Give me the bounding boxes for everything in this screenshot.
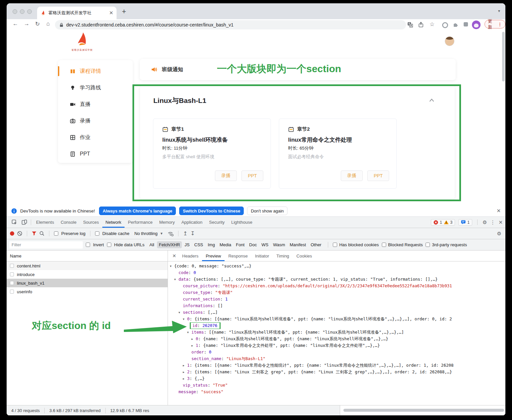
filter-type-css[interactable]: CSS (192, 241, 205, 248)
expander-open-icon[interactable]: ▼ (174, 276, 179, 283)
record-icon[interactable] (10, 231, 14, 236)
json-tree-line[interactable]: message: "success" (168, 389, 505, 395)
user-avatar[interactable] (445, 36, 454, 46)
json-tree-line[interactable]: ▼0: {items: [{name: "linux系统与shell环境准备",… (168, 316, 505, 322)
network-settings-icon[interactable]: ⚙ (497, 231, 501, 237)
sidebar-item-homework[interactable]: 作业 (58, 129, 133, 146)
extensions-puzzle-icon[interactable] (453, 22, 458, 27)
page-scrollbar[interactable] (502, 32, 505, 81)
expander-open-icon[interactable]: ▼ (183, 316, 187, 322)
request-list-header[interactable]: Name (7, 251, 168, 261)
detail-tab-cookies[interactable]: Cookies (293, 251, 316, 261)
translate-icon[interactable] (407, 22, 413, 27)
filter-type-fetch-xhr[interactable]: Fetch/XHR (157, 241, 182, 248)
filter-type-js[interactable]: JS (182, 241, 191, 248)
devtools-tab-performance[interactable]: Performance (125, 217, 156, 228)
filter-extra-has-blocked-cookies[interactable]: Has blocked cookies (333, 242, 379, 247)
devtools-tab-application[interactable]: Application (178, 217, 206, 228)
json-tree-line[interactable]: course_type: "专题课" (168, 289, 505, 296)
json-tree-line[interactable]: current_section: 1 (168, 296, 505, 303)
json-tree-line[interactable]: order: 0 (168, 349, 505, 355)
filter-extra-3rd-party-requests[interactable]: 3rd-party requests (426, 242, 467, 247)
json-tree-line[interactable]: ▶3: {,…} (168, 375, 505, 382)
reload-icon[interactable]: ↻ (35, 21, 40, 27)
json-tree-line[interactable]: ▼data: {sections: [,…], course_type: "专题… (168, 276, 505, 283)
request-row-userinfo[interactable]: userinfo (7, 287, 168, 296)
request-row-linux-bash-v1[interactable]: linux_bash_v1 (7, 279, 168, 287)
detail-tab-response[interactable]: Response (225, 251, 251, 261)
browser-tab[interactable]: 霍格沃兹测试开发学社 ✕ (37, 7, 117, 19)
preserve-log-checkbox[interactable] (54, 231, 58, 236)
detail-tab-headers[interactable]: Headers (179, 251, 202, 261)
throttling-dropdown[interactable]: No throttling ▼ (134, 231, 163, 236)
horizontal-scrollbar[interactable] (343, 409, 504, 412)
address-bar[interactable]: dev-v2.studentfrontend.ceba.ceshiren.com… (55, 20, 406, 29)
close-detail-icon[interactable]: ✕ (170, 253, 179, 258)
search-icon[interactable] (39, 231, 44, 236)
banner-close-icon[interactable]: ✕ (496, 208, 501, 214)
devtools-tab-memory[interactable]: Memory (156, 217, 178, 228)
devtools-tab-console[interactable]: Console (57, 217, 80, 228)
devtools-settings-icon[interactable]: ⚙ (483, 219, 487, 225)
expander-closed-icon[interactable]: ▶ (183, 362, 187, 369)
checkbox-icon[interactable] (426, 243, 430, 247)
json-tree-line[interactable]: ▶0: {name: "linux系统与shell环境准备", ppt: {na… (168, 336, 505, 342)
json-tree-line[interactable]: section_name: "Linux与Bash-L1" (168, 355, 505, 362)
devtools-tab-sources[interactable]: Sources (80, 217, 102, 228)
json-tree-line[interactable]: ▼{code: 0, message: "success",…} (168, 263, 505, 269)
json-tree-line[interactable]: ▶1: {name: "linux常用命令之文件处理", ppt: {name:… (168, 342, 505, 349)
filter-type-ws[interactable]: WS (259, 241, 270, 248)
forward-icon[interactable]: → (24, 21, 29, 27)
json-tree-line[interactable]: ▼sections: [,…] (168, 309, 505, 316)
filter-icon[interactable] (32, 231, 36, 236)
site-logo[interactable]: 霍格沃兹测试学院 (71, 31, 93, 52)
sidebar-item-recording[interactable]: 录播 (58, 113, 133, 129)
expander-closed-icon[interactable]: ▶ (183, 369, 187, 375)
sidebar-item-ppt[interactable]: PPT (58, 146, 133, 162)
filter-type-img[interactable]: Img (206, 241, 217, 248)
devtools-tab-elements[interactable]: Elements (33, 217, 57, 228)
expander-closed-icon[interactable]: ▶ (191, 343, 196, 349)
expander-open-icon[interactable]: ▼ (170, 263, 174, 269)
json-tree-line[interactable]: id: 262076 (168, 322, 505, 329)
clear-icon[interactable] (17, 231, 22, 236)
dont-show-again-button[interactable]: Don't show again (247, 207, 287, 215)
json-tree-line[interactable]: informations: [] (168, 303, 505, 309)
new-tab-button[interactable]: + (122, 7, 126, 16)
expander-closed-icon[interactable]: ▶ (183, 376, 187, 382)
side-panel-icon[interactable] (464, 22, 468, 26)
browser-profile-avatar[interactable] (472, 21, 481, 29)
import-har-icon[interactable]: ↥ (183, 230, 187, 237)
request-row-content-html[interactable]: content.html (7, 261, 168, 270)
sidebar-item-live[interactable]: 直播 (58, 96, 133, 113)
export-har-icon[interactable]: ↧ (190, 230, 195, 237)
invert-checkbox[interactable] (86, 243, 90, 247)
filter-type-other[interactable]: Other (309, 241, 324, 248)
switch-to-chinese-button[interactable]: Switch DevTools to Chinese (179, 207, 244, 215)
share-icon[interactable] (418, 22, 424, 27)
detail-tab-preview[interactable]: Preview (202, 251, 225, 261)
devtools-tab-lighthouse[interactable]: Lighthouse (228, 217, 256, 228)
tab-close-icon[interactable]: ✕ (109, 10, 113, 16)
filter-type-media[interactable]: Media (218, 241, 233, 248)
filter-type-wasm[interactable]: Wasm (271, 241, 287, 248)
expander-closed-icon[interactable]: ▶ (191, 336, 196, 342)
sidebar-item-learning-path[interactable]: 学习路线 (58, 79, 133, 96)
disable-cache-checkbox[interactable] (95, 231, 99, 236)
checkbox-icon[interactable] (333, 243, 337, 247)
json-tree-line[interactable]: ▼items: [{name: "linux系统与shell环境准备", ppt… (168, 329, 505, 336)
hide-data-urls-checkbox[interactable] (107, 243, 111, 247)
expander-open-icon[interactable]: ▼ (187, 329, 191, 336)
devtools-close-icon[interactable]: ✕ (498, 219, 503, 225)
match-language-button[interactable]: Always match Chrome's language (99, 207, 176, 215)
bookmark-star-icon[interactable]: ☆ (430, 21, 435, 28)
network-conditions-icon[interactable] (168, 231, 174, 236)
detail-tab-initiator[interactable]: Initiator (251, 251, 273, 261)
traffic-light-zoom[interactable] (27, 9, 32, 14)
sidebar-item-course-detail[interactable]: 课程详情 (58, 63, 133, 79)
home-icon[interactable]: ⌂ (46, 21, 50, 27)
filter-input[interactable] (9, 241, 83, 249)
back-icon[interactable]: ← (13, 21, 18, 27)
json-tree-line[interactable]: ▶1: {items: [{name: "linux常用命令之性能统计", pp… (168, 362, 505, 369)
traffic-light-minimize[interactable] (20, 9, 25, 14)
